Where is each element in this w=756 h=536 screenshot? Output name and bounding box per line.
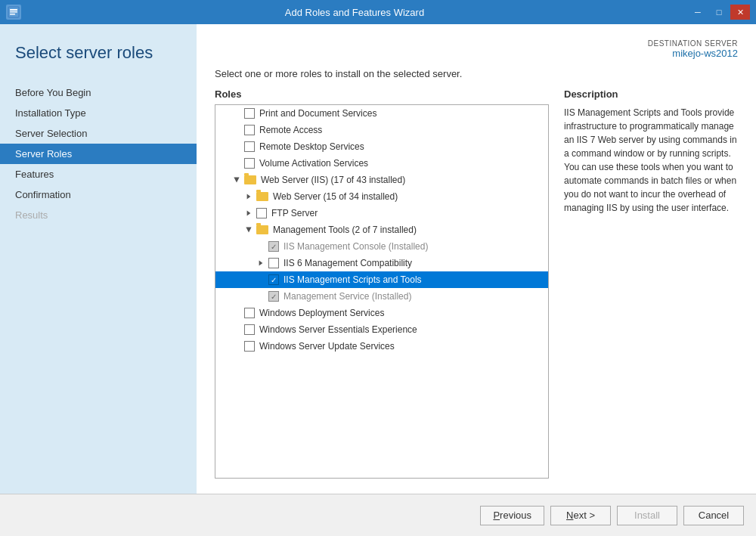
main-content: Select server roles Before You Begin Ins… [0, 24, 756, 494]
list-item[interactable]: Windows Deployment Services [215, 305, 548, 321]
expand-ftp-server[interactable] [243, 207, 255, 219]
checkbox-iis-console[interactable] [268, 241, 279, 252]
checkbox-remote-access[interactable] [244, 125, 255, 135]
list-item[interactable]: Remote Desktop Services [215, 138, 548, 155]
expand-web-server[interactable] [243, 191, 255, 203]
roles-section: Roles Print and Document Services [215, 88, 738, 479]
list-item[interactable]: Windows Server Update Services [215, 338, 548, 355]
list-item[interactable]: Management Tools (2 of 7 installed) [215, 222, 548, 238]
role-label: Windows Deployment Services [259, 308, 384, 318]
install-button[interactable]: Install [617, 506, 677, 525]
next-button[interactable]: Next > [550, 506, 611, 525]
checkbox-wsus[interactable] [244, 341, 255, 352]
folder-icon [256, 225, 268, 234]
list-item[interactable]: FTP Server [215, 205, 548, 222]
sidebar-title: Select server roles [0, 24, 197, 76]
app-icon [6, 5, 21, 20]
window-controls: ─ □ ✕ [688, 5, 750, 20]
destination-name: mikejo-ws2012 [215, 48, 738, 59]
roles-panel: Roles Print and Document Services [215, 88, 549, 479]
sidebar-nav: Before You Begin Installation Type Serve… [0, 76, 197, 231]
list-item[interactable]: Management Service (Installed) [215, 288, 548, 305]
sidebar-item-confirmation[interactable]: Confirmation [0, 184, 197, 205]
checkbox-ftp-server[interactable] [256, 208, 267, 218]
minimize-button[interactable]: ─ [688, 5, 708, 20]
sidebar-item-server-roles[interactable]: Server Roles [0, 144, 197, 164]
content-header: Select one or more roles to install on t… [215, 68, 738, 79]
role-label: Management Service (Installed) [284, 291, 411, 302]
svg-rect-3 [10, 14, 15, 15]
checkbox-mgmt-service[interactable] [268, 291, 279, 302]
cancel-button[interactable]: Cancel [683, 506, 744, 525]
checkbox-print-doc[interactable] [244, 108, 255, 119]
expand-mgmt-tools[interactable] [243, 224, 255, 236]
checkbox-windows-deployment[interactable] [244, 308, 255, 318]
role-label: FTP Server [271, 208, 318, 218]
sidebar-item-features[interactable]: Features [0, 164, 197, 184]
list-item[interactable]: Volume Activation Services [215, 155, 548, 172]
description-panel: Description IIS Management Scripts and T… [564, 88, 738, 479]
destination-label: DESTINATION SERVER [215, 39, 738, 48]
checkbox-remote-desktop[interactable] [244, 141, 255, 152]
list-item[interactable]: IIS Management Scripts and Tools [215, 271, 548, 288]
svg-rect-2 [10, 11, 17, 13]
sidebar-item-server-selection[interactable]: Server Selection [0, 123, 197, 144]
role-label: Web Server (15 of 34 installed) [273, 191, 398, 202]
bottom-bar: Previous Next > Install Cancel [0, 494, 756, 536]
destination-server: DESTINATION SERVER mikejo-ws2012 [215, 39, 738, 59]
role-label: Remote Desktop Services [259, 141, 364, 152]
sidebar-item-installation-type[interactable]: Installation Type [0, 103, 197, 123]
sidebar: Select server roles Before You Begin Ins… [0, 24, 197, 494]
role-label: Web Server (IIS) (17 of 43 installed) [261, 175, 405, 185]
list-item[interactable]: Print and Document Services [215, 105, 548, 122]
role-label: IIS Management Scripts and Tools [284, 274, 422, 285]
checkbox-volume-activation[interactable] [244, 158, 255, 169]
description-label: Description [564, 88, 738, 100]
close-button[interactable]: ✕ [730, 5, 750, 20]
role-label: Windows Server Update Services [259, 341, 395, 352]
role-label: Print and Document Services [259, 108, 376, 119]
expand-web-server-iis[interactable] [231, 174, 243, 186]
roles-label: Roles [215, 88, 549, 100]
list-item[interactable]: IIS 6 Management Compatibility [215, 255, 548, 271]
checkbox-iis-scripts[interactable] [268, 274, 279, 285]
description-text: IIS Management Scripts and Tools provide… [564, 106, 738, 215]
wizard-window: Add Roles and Features Wizard ─ □ ✕ Sele… [0, 0, 756, 536]
page-title: Select server roles [15, 42, 181, 64]
role-label: Remote Access [259, 125, 322, 135]
window-title: Add Roles and Features Wizard [21, 7, 688, 18]
list-item[interactable]: IIS Management Console (Installed) [215, 238, 548, 255]
list-item[interactable]: Web Server (15 of 34 installed) [215, 188, 548, 205]
role-label: IIS Management Console (Installed) [284, 241, 428, 252]
list-item[interactable]: Remote Access [215, 122, 548, 138]
list-item[interactable]: Windows Server Essentials Experience [215, 321, 548, 338]
title-bar: Add Roles and Features Wizard ─ □ ✕ [0, 0, 756, 24]
role-label: Volume Activation Services [259, 158, 368, 169]
role-label: IIS 6 Management Compatibility [284, 258, 412, 268]
content-area: DESTINATION SERVER mikejo-ws2012 Select … [197, 24, 756, 494]
checkbox-iis6-compat[interactable] [268, 258, 279, 268]
maximize-button[interactable]: □ [709, 5, 729, 20]
folder-icon [244, 175, 256, 184]
sidebar-item-before-you-begin[interactable]: Before You Begin [0, 82, 197, 103]
svg-rect-1 [10, 9, 17, 11]
expand-iis6-compat[interactable] [255, 257, 267, 269]
checkbox-server-essentials[interactable] [244, 324, 255, 335]
role-label: Management Tools (2 of 7 installed) [273, 225, 417, 235]
previous-button[interactable]: Previous [480, 506, 544, 525]
roles-list[interactable]: Print and Document Services Remote Acces… [215, 104, 549, 479]
folder-icon [256, 192, 268, 201]
sidebar-item-results: Results [0, 205, 197, 225]
list-item[interactable]: Web Server (IIS) (17 of 43 installed) [215, 172, 548, 188]
role-label: Windows Server Essentials Experience [259, 324, 417, 335]
instruction-text: Select one or more roles to install on t… [215, 68, 738, 79]
roles-list-inner: Print and Document Services Remote Acces… [215, 105, 548, 355]
